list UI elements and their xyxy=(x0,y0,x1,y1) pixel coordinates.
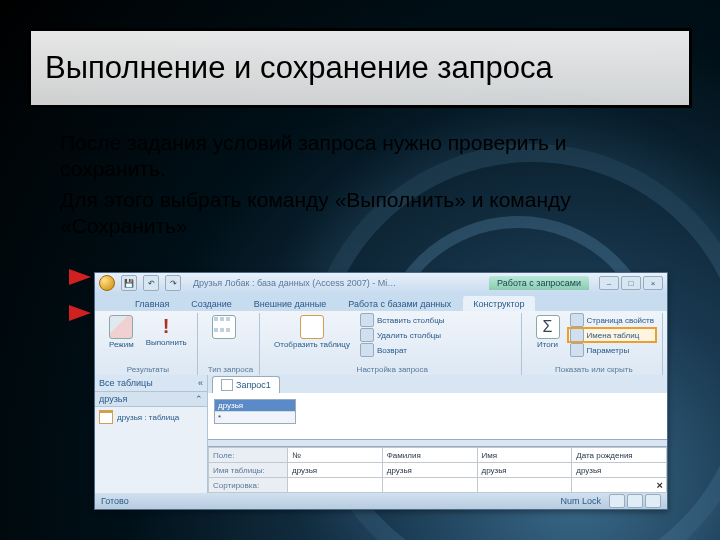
chevron-up-icon: ⌃ xyxy=(195,394,203,404)
group-results: Результаты xyxy=(105,364,191,375)
red-arrow-icon xyxy=(69,305,91,321)
group-querytype: Тип запроса xyxy=(208,364,253,375)
field-list[interactable]: друзья * xyxy=(214,399,296,424)
slide-title: Выполнение и сохранение запроса xyxy=(28,28,692,108)
show-table-icon xyxy=(300,315,324,339)
minimize-button[interactable]: – xyxy=(599,276,619,290)
parameters-icon xyxy=(570,343,584,357)
run-icon xyxy=(155,315,177,337)
status-text: Готово xyxy=(101,496,129,506)
grid-row-sort: Сортировка: xyxy=(209,478,288,493)
qat-save-button[interactable]: 💾 xyxy=(121,275,137,291)
numlock-indicator: Num Lock xyxy=(560,496,601,506)
table-names-button[interactable]: Имена таблиц xyxy=(568,328,656,342)
chevron-left-icon[interactable]: « xyxy=(198,378,203,388)
query-grid[interactable]: Поле: № Фамилия Имя Дата рождения Имя та… xyxy=(208,447,667,493)
view-sql-button[interactable] xyxy=(627,494,643,508)
run-button[interactable]: Выполнить xyxy=(142,313,191,349)
tab-design[interactable]: Конструктор xyxy=(463,296,534,311)
table-icon xyxy=(99,410,113,424)
nav-item-table[interactable]: друзья : таблица xyxy=(95,407,207,427)
ribbon-tabs: Главная Создание Внешние данные Работа с… xyxy=(95,293,667,311)
grid-row-table: Имя таблицы: xyxy=(209,463,288,478)
grid-row-field: Поле: xyxy=(209,448,288,463)
splitter[interactable] xyxy=(208,439,667,447)
status-bar: Готово Num Lock xyxy=(95,493,667,509)
red-arrow-icon xyxy=(69,269,91,285)
field-list-item[interactable]: * xyxy=(215,411,295,423)
document-close-button[interactable]: × xyxy=(657,479,663,491)
totals-button[interactable]: Σ Итоги xyxy=(532,313,564,351)
delete-columns-button[interactable]: Удалить столбцы xyxy=(358,328,447,342)
navigation-pane: Все таблицы « друзья ⌃ друзья : таблица xyxy=(95,375,208,493)
titlebar: 💾 ↶ ↷ Друзья Лобак : база данных (Access… xyxy=(95,273,667,293)
query-icon xyxy=(221,379,233,391)
office-orb-icon[interactable] xyxy=(99,275,115,291)
returns-icon xyxy=(360,343,374,357)
view-datasheet-button[interactable] xyxy=(609,494,625,508)
qat-redo-button[interactable]: ↷ xyxy=(165,275,181,291)
datasheet-view-icon xyxy=(109,315,133,339)
insert-col-icon xyxy=(360,313,374,327)
view-button[interactable]: Режим xyxy=(105,313,138,351)
query-type-icon xyxy=(212,315,236,339)
sigma-icon: Σ xyxy=(536,315,560,339)
ribbon: Режим Выполнить Результаты Тип запроса xyxy=(95,311,667,378)
tab-dbtools[interactable]: Работа с базами данных xyxy=(338,296,461,311)
document-tab[interactable]: Запрос1 xyxy=(212,376,280,393)
field-list-header: друзья xyxy=(215,400,295,411)
close-button[interactable]: × xyxy=(643,276,663,290)
nav-category[interactable]: друзья ⌃ xyxy=(95,392,207,407)
maximize-button[interactable]: □ xyxy=(621,276,641,290)
propsheet-icon xyxy=(570,313,584,327)
query-type-gallery[interactable] xyxy=(208,313,240,341)
qat-undo-button[interactable]: ↶ xyxy=(143,275,159,291)
tab-create[interactable]: Создание xyxy=(181,296,242,311)
delete-col-icon xyxy=(360,328,374,342)
parameters-button[interactable]: Параметры xyxy=(568,343,656,357)
view-design-button[interactable] xyxy=(645,494,661,508)
insert-columns-button[interactable]: Вставить столбцы xyxy=(358,313,447,327)
contextual-tab-label: Работа с запросами xyxy=(489,276,589,290)
tab-external[interactable]: Внешние данные xyxy=(244,296,336,311)
show-table-button[interactable]: Отобразить таблицу xyxy=(270,313,354,351)
tablenames-icon xyxy=(570,328,584,342)
tab-home[interactable]: Главная xyxy=(125,296,179,311)
slide-body: После задания условий запроса нужно пров… xyxy=(60,130,660,243)
group-setup: Настройка запроса xyxy=(270,364,514,375)
access-window: 💾 ↶ ↷ Друзья Лобак : база данных (Access… xyxy=(94,272,668,510)
nav-header[interactable]: Все таблицы « xyxy=(95,375,207,392)
group-showhide: Показать или скрыть xyxy=(532,364,656,375)
returns-button[interactable]: Возврат xyxy=(358,343,447,357)
property-sheet-button[interactable]: Страница свойств xyxy=(568,313,656,327)
window-title: Друзья Лобак : база данных (Access 2007)… xyxy=(187,278,483,288)
